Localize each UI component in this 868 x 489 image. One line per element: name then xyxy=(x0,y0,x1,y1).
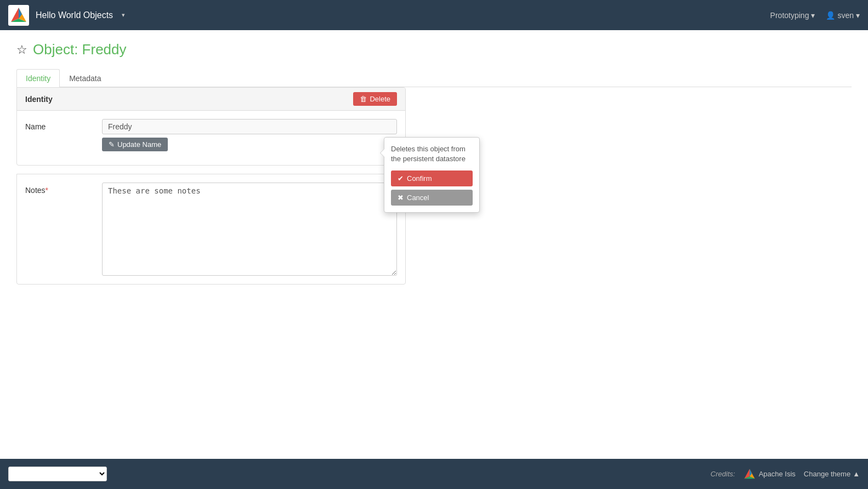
apache-isis-label: Apache Isis xyxy=(759,470,796,478)
apache-isis-link[interactable]: Apache Isis xyxy=(744,468,796,480)
notes-panel-body: Notes* xyxy=(17,174,405,284)
popover-arrow xyxy=(380,149,384,157)
notes-label: Notes* xyxy=(25,183,102,195)
confirm-label: Confirm xyxy=(407,174,432,183)
brand-text[interactable]: Hello World Objects xyxy=(36,10,113,20)
footer: Credits: Apache Isis Change theme ▲ xyxy=(0,459,868,489)
delete-popover: Deletes this object from the persistent … xyxy=(384,137,480,213)
identity-panel-title: Identity xyxy=(25,95,53,104)
change-theme-caret: ▲ xyxy=(853,470,860,478)
prototyping-label: Prototyping xyxy=(770,11,809,20)
main-content: ☆ Object: Freddy Identity Metadata Ident… xyxy=(0,30,868,459)
notes-row: Notes* xyxy=(25,183,397,276)
footer-select[interactable] xyxy=(8,467,107,481)
bookmark-icon[interactable]: ☆ xyxy=(16,43,27,57)
update-icon: ✎ xyxy=(109,140,115,149)
cancel-button[interactable]: ✖ Cancel xyxy=(391,190,473,206)
popover-text: Deletes this object from the persistent … xyxy=(391,144,473,164)
tab-metadata[interactable]: Metadata xyxy=(60,69,110,87)
popover-arrow-inner xyxy=(381,149,384,157)
credits-label: Credits: xyxy=(711,470,735,478)
navbar-right: Prototyping ▾ 👤 sven ▾ xyxy=(770,11,860,20)
navbar-left: Hello World Objects ▾ xyxy=(8,5,125,26)
page-title: Object: Freddy xyxy=(33,41,127,58)
identity-panel-body: Name ✎ Update Name xyxy=(17,111,405,165)
confirm-button[interactable]: ✔ Confirm xyxy=(391,170,473,186)
notes-panel: Notes* xyxy=(16,174,406,285)
name-input[interactable] xyxy=(102,119,397,134)
user-caret: ▾ xyxy=(856,11,860,20)
tab-bar: Identity Metadata xyxy=(16,69,852,87)
page-title-row: ☆ Object: Freddy xyxy=(16,41,852,58)
brand-caret[interactable]: ▾ xyxy=(122,12,125,19)
change-theme-button[interactable]: Change theme ▲ xyxy=(804,470,860,478)
name-form-row: Name ✎ Update Name xyxy=(25,119,397,151)
required-marker: * xyxy=(46,186,48,195)
update-label: Update Name xyxy=(117,140,161,149)
confirm-icon: ✔ xyxy=(398,174,404,183)
delete-label: Delete xyxy=(370,95,390,103)
identity-panel: Identity 🗑 Delete Name ✎ Update Name xyxy=(16,87,406,166)
footer-right: Credits: Apache Isis Change theme ▲ xyxy=(711,468,860,480)
name-label: Name xyxy=(25,119,102,131)
navbar: Hello World Objects ▾ Prototyping ▾ 👤 sv… xyxy=(0,0,868,30)
notes-textarea[interactable] xyxy=(102,183,397,276)
name-value-container: ✎ Update Name xyxy=(102,119,397,151)
cancel-icon: ✖ xyxy=(398,194,404,202)
prototyping-menu[interactable]: Prototyping ▾ xyxy=(770,11,815,20)
tab-identity[interactable]: Identity xyxy=(16,69,60,87)
change-theme-label: Change theme xyxy=(804,470,850,478)
user-label: sven xyxy=(837,11,854,20)
delete-button[interactable]: 🗑 Delete xyxy=(353,92,397,106)
user-menu[interactable]: 👤 sven ▾ xyxy=(826,11,860,20)
prototyping-caret: ▾ xyxy=(811,11,815,20)
cancel-label: Cancel xyxy=(407,194,429,202)
user-icon: 👤 xyxy=(826,11,835,20)
identity-panel-header: Identity 🗑 Delete xyxy=(17,88,405,111)
delete-icon: 🗑 xyxy=(360,95,367,103)
update-name-button[interactable]: ✎ Update Name xyxy=(102,138,168,151)
footer-left xyxy=(8,467,107,481)
brand-logo xyxy=(8,5,29,26)
